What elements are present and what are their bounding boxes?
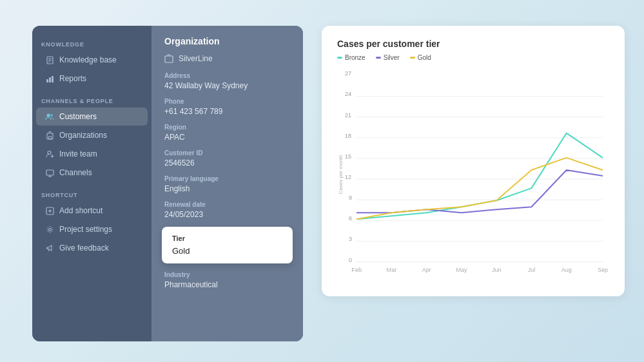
- sidebar-item-customers[interactable]: Customers: [36, 108, 148, 126]
- svg-text:Apr: Apr: [422, 267, 431, 273]
- sidebar-item-label: Invite team: [59, 149, 97, 158]
- tier-popup-value: Gold: [172, 246, 282, 256]
- sidebar-section-channels: Channels & People: [32, 93, 151, 107]
- field-value: English: [164, 184, 290, 193]
- svg-text:0: 0: [349, 257, 352, 263]
- legend-label: Gold: [418, 54, 431, 61]
- svg-text:21: 21: [345, 112, 351, 119]
- building-icon: [45, 131, 54, 140]
- org-name: SilverLine: [179, 54, 213, 63]
- chart-icon: [45, 74, 54, 83]
- megaphone-icon: [45, 243, 54, 252]
- chart-legend: Bronze Silver Gold: [337, 54, 609, 61]
- legend-bronze: Bronze: [337, 54, 366, 61]
- sidebar-section-shortcut: Shortcut: [32, 187, 151, 201]
- svg-text:Feb: Feb: [351, 267, 362, 273]
- sidebar-item-knowledge-base[interactable]: Knowledge base: [36, 51, 148, 69]
- svg-text:May: May: [456, 267, 467, 273]
- svg-text:Mar: Mar: [387, 267, 397, 273]
- svg-rect-5: [49, 77, 51, 82]
- field-value: +61 423 567 789: [164, 107, 290, 116]
- field-renewal-date: Renewal date 24/05/2023: [164, 201, 290, 219]
- bronze-dot: [337, 57, 342, 59]
- sidebar-item-give-feedback[interactable]: Give feedback: [36, 239, 148, 257]
- detail-panel: Organization SilverLine Address 42 Walla…: [151, 26, 303, 341]
- field-label: Primary language: [164, 175, 290, 182]
- legend-silver: Silver: [376, 54, 400, 61]
- svg-text:9: 9: [349, 195, 352, 201]
- svg-point-14: [48, 151, 51, 154]
- svg-text:Cases per month: Cases per month: [338, 155, 344, 194]
- sidebar-item-label: Add shortcut: [59, 206, 102, 215]
- gear-icon: [45, 225, 54, 234]
- svg-rect-25: [165, 56, 173, 62]
- sidebar-item-reports[interactable]: Reports: [36, 70, 148, 88]
- svg-text:3: 3: [349, 236, 352, 242]
- svg-point-8: [50, 114, 53, 117]
- gold-dot: [410, 57, 415, 59]
- field-industry: Industry Pharmaceutical: [164, 271, 290, 289]
- field-label: Customer ID: [164, 149, 290, 157]
- sidebar-item-label: Project settings: [59, 225, 112, 234]
- sidebar-item-label: Organizations: [59, 131, 107, 140]
- sidebar-section-knowledge: Knowledge: [32, 36, 151, 50]
- sidebar: Knowledge Knowledge base R: [32, 26, 151, 341]
- svg-text:Jun: Jun: [492, 267, 502, 273]
- svg-text:Sep: Sep: [598, 267, 608, 273]
- svg-text:27: 27: [345, 71, 351, 77]
- field-address: Address 42 Wallaby Way Sydney: [164, 72, 290, 90]
- svg-text:18: 18: [345, 133, 351, 139]
- person-add-icon: [45, 149, 54, 158]
- svg-text:12: 12: [345, 174, 351, 180]
- chart-panel: Cases per customer tier Bronze Silver Go…: [322, 26, 625, 296]
- field-label: Region: [164, 124, 290, 131]
- field-language: Primary language English: [164, 175, 290, 193]
- chart-svg: 0 3 6 9 12 15 18 21 24 27 Cases per mont…: [337, 71, 609, 278]
- field-region: Region APAC: [164, 124, 290, 142]
- sidebar-item-invite-team[interactable]: Invite team: [36, 145, 148, 163]
- field-value: APAC: [164, 133, 290, 142]
- app-panel: Knowledge Knowledge base R: [32, 26, 303, 341]
- field-label: Renewal date: [164, 201, 290, 208]
- sidebar-item-organizations[interactable]: Organizations: [36, 126, 148, 144]
- svg-text:24: 24: [345, 91, 351, 97]
- svg-text:6: 6: [349, 215, 352, 222]
- svg-rect-6: [52, 76, 54, 82]
- svg-rect-17: [46, 170, 54, 175]
- sidebar-item-add-shortcut[interactable]: Add shortcut: [36, 202, 148, 220]
- tier-popup-label: Tier: [172, 234, 282, 242]
- sidebar-item-label: Knowledge base: [59, 55, 117, 64]
- field-value: Pharmaceutical: [164, 280, 290, 289]
- sidebar-item-label: Channels: [59, 168, 92, 177]
- sidebar-item-label: Give feedback: [59, 243, 109, 252]
- section-title: Organization: [164, 36, 290, 46]
- field-customer-id: Customer ID 2546526: [164, 149, 290, 167]
- chart-title: Cases per customer tier: [337, 39, 609, 49]
- svg-rect-13: [48, 137, 51, 139]
- doc-icon: [45, 55, 54, 64]
- svg-rect-4: [46, 79, 48, 82]
- legend-gold: Gold: [410, 54, 431, 61]
- sidebar-item-label: Reports: [59, 74, 86, 83]
- legend-label: Silver: [384, 54, 400, 61]
- svg-text:Aug: Aug: [561, 267, 572, 273]
- field-label: Address: [164, 72, 290, 79]
- silver-dot: [376, 57, 381, 59]
- chart-area: 0 3 6 9 12 15 18 21 24 27 Cases per mont…: [337, 71, 609, 278]
- svg-text:Jul: Jul: [528, 267, 536, 273]
- building-small-icon: [164, 54, 173, 63]
- field-label: Industry: [164, 271, 290, 278]
- sidebar-item-project-settings[interactable]: Project settings: [36, 220, 148, 238]
- field-value: 24/05/2023: [164, 210, 290, 219]
- plus-square-icon: [45, 206, 54, 215]
- field-value: 42 Wallaby Way Sydney: [164, 81, 290, 90]
- tier-popup: Tier Gold: [162, 227, 293, 263]
- svg-point-23: [48, 228, 51, 231]
- svg-text:15: 15: [345, 153, 351, 160]
- svg-point-7: [47, 113, 50, 117]
- field-phone: Phone +61 423 567 789: [164, 98, 290, 116]
- org-name-row: SilverLine: [164, 54, 290, 63]
- sidebar-item-label: Customers: [59, 112, 97, 121]
- sidebar-item-channels[interactable]: Channels: [36, 164, 148, 182]
- field-label: Phone: [164, 98, 290, 105]
